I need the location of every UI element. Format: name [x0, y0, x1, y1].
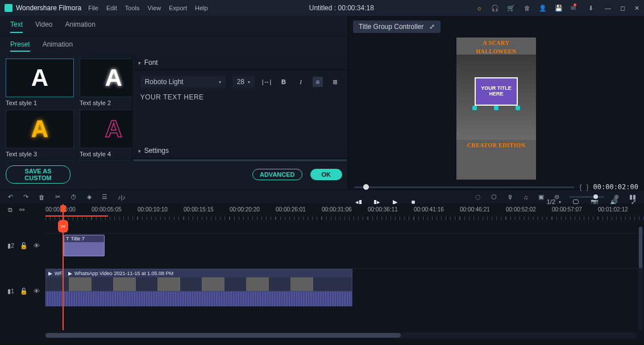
audio-icon[interactable]: ♪|♪ — [118, 194, 126, 201]
settings-section-header[interactable]: Settings — [132, 143, 348, 159]
font-family-select[interactable]: Roboto Light ▾ — [140, 76, 226, 88]
track-manager-icon[interactable]: ⧉ — [8, 206, 13, 214]
speed-button[interactable]: ⏱ — [70, 194, 77, 201]
marker-icon[interactable]: ⬡ — [491, 193, 497, 201]
preset-label: Text style 3 — [6, 148, 74, 157]
keyframe-button[interactable]: ◈ — [87, 193, 92, 201]
audio-waveform[interactable] — [45, 292, 352, 306]
clip-stub: WF — [55, 271, 63, 276]
zoom-in-icon[interactable]: ⊕ — [614, 193, 619, 201]
selection-handles[interactable] — [472, 106, 520, 110]
playhead[interactable]: ✂ — [63, 204, 64, 330]
title-group-controller-button[interactable]: Title Group Controller ⤢ — [353, 20, 441, 33]
title-text-input[interactable]: YOUR TEXT HERE — [132, 93, 348, 107]
split-button[interactable]: ✂ — [55, 193, 60, 201]
preset-text-style-1[interactable]: A — [6, 59, 74, 97]
mark-out-icon[interactable]: } — [587, 183, 589, 191]
menu-edit[interactable]: Edit — [106, 5, 117, 11]
track-mute-icon[interactable]: ▮2 — [7, 242, 14, 250]
save-icon[interactable]: 💾 — [555, 4, 563, 12]
link-icon[interactable]: ⚯ — [19, 206, 24, 214]
menu-view[interactable]: View — [148, 5, 161, 11]
undo-button[interactable]: ↶ — [8, 193, 13, 201]
selected-title-element[interactable]: YOUR TITLE HERE — [475, 77, 518, 106]
trash-icon[interactable]: 🗑 — [523, 4, 531, 12]
playhead-split-icon[interactable]: ✂ — [58, 220, 68, 232]
track-header: ▮1 🔓 👁 — [0, 268, 45, 314]
track-body[interactable]: TTitle 7 — [45, 233, 644, 258]
cart-icon[interactable]: 🛒 — [507, 4, 515, 12]
title-clip[interactable]: TTitle 7 — [64, 235, 105, 256]
record-voiceover-icon[interactable]: 🎙 — [507, 194, 513, 201]
preset-label: Text style 4 — [80, 148, 132, 157]
tab-text[interactable]: Text — [10, 20, 23, 33]
chevron-down-icon: ▾ — [248, 80, 250, 85]
ruler-tick: 00:00:20:20 — [230, 206, 276, 213]
selection-range — [45, 215, 108, 217]
menu-help[interactable]: Help — [195, 5, 208, 11]
ok-button[interactable]: OK — [310, 169, 343, 180]
subtab-animation[interactable]: Animation — [43, 40, 73, 52]
panel-footer: SAVE AS CUSTOM ADVANCED OK — [0, 162, 348, 189]
timeline-vertical-scrollbar[interactable] — [638, 227, 643, 330]
mail-icon[interactable]: ✉ — [571, 4, 579, 12]
font-size-select[interactable]: 28 ▾ — [232, 76, 255, 88]
preset-text-style-3[interactable]: A — [6, 110, 74, 148]
italic-button[interactable]: I — [296, 77, 306, 87]
redo-button[interactable]: ↷ — [23, 193, 28, 201]
crop-icon[interactable]: ▣ — [538, 193, 544, 201]
time-ruler[interactable]: 00:00:00:00 00:00:05:05 00:00:10:10 00:0… — [0, 204, 644, 214]
tab-video[interactable]: Video — [35, 20, 52, 33]
track-lock-icon[interactable]: 🔓 — [20, 242, 28, 250]
ruler-tick: 00:00:00:00 — [45, 206, 92, 213]
video-clip[interactable]: ▶ WF ▶ WhatsApp Video 2021-11-15 at 1.05… — [45, 269, 352, 292]
headphones-icon[interactable]: 🎧 — [491, 4, 499, 12]
track-visibility-icon[interactable]: 👁 — [34, 242, 40, 249]
ruler-tick: 00:00:36:11 — [368, 206, 414, 213]
close-button[interactable]: ✕ — [634, 5, 639, 12]
menu-tools[interactable]: Tools — [125, 5, 140, 11]
menu-file[interactable]: File — [88, 5, 98, 11]
minimize-button[interactable]: — — [605, 5, 611, 12]
ruler-tick: 00:00:26:01 — [276, 206, 322, 213]
preview-canvas: A SCARY HALLOWEEN YOUR TITLE HERE CREATO… — [456, 38, 536, 180]
video-clip-icon: ▶ — [68, 271, 72, 276]
preview-viewport[interactable]: A SCARY HALLOWEEN YOUR TITLE HERE CREATO… — [348, 38, 644, 180]
video-track: ▮1 🔓 👁 ▶ WF ▶ WhatsApp Video 2021-11-15 … — [0, 268, 644, 314]
save-as-custom-button[interactable]: SAVE AS CUSTOM — [6, 165, 70, 184]
timeline: ⧉ ⚯ 00:00:00:00 00:00:05:05 00:00:10:10 … — [0, 204, 644, 340]
delete-button[interactable]: 🗑 — [39, 194, 45, 201]
render-icon[interactable]: ◌ — [475, 193, 481, 201]
lightbulb-icon[interactable]: ☼ — [475, 4, 483, 12]
scrub-slider[interactable] — [354, 186, 575, 188]
track-body[interactable]: ▶ WF ▶ WhatsApp Video 2021-11-15 at 1.05… — [45, 268, 644, 314]
subtab-preset[interactable]: Preset — [10, 40, 30, 52]
bold-button[interactable]: B — [279, 77, 289, 87]
track-mute-icon[interactable]: ▮1 — [7, 288, 14, 295]
preset-text-style-2[interactable]: A — [80, 59, 132, 97]
track-lock-icon[interactable]: 🔓 — [20, 288, 28, 295]
settings-icon[interactable]: ☰ — [102, 193, 107, 201]
maximize-button[interactable]: ◻ — [620, 5, 625, 12]
ruler-tick: 00:00:57:07 — [552, 206, 598, 213]
track-visibility-icon[interactable]: 👁 — [34, 288, 40, 294]
timeline-zoom-slider[interactable] — [570, 196, 604, 198]
align-button[interactable]: ≡ — [313, 77, 323, 87]
ruler-tick: 00:00:31:06 — [322, 206, 368, 213]
font-section-header[interactable]: Font — [132, 55, 348, 70]
advanced-button[interactable]: ADVANCED — [252, 169, 302, 180]
letter-spacing-icon[interactable]: |↔| — [261, 77, 272, 87]
align-justify-button[interactable]: ≣ — [330, 77, 340, 87]
mark-in-icon[interactable]: { — [579, 183, 581, 191]
timeline-horizontal-scrollbar[interactable] — [45, 332, 637, 338]
timeline-layout-icon[interactable]: ▮▮ — [629, 193, 636, 201]
download-icon[interactable]: ⬇ — [587, 4, 595, 12]
zoom-out-icon[interactable]: ⊖ — [554, 193, 559, 201]
ruler-tick: 00:00:05:05 — [92, 206, 138, 213]
clip-label: WhatsApp Video 2021-11-15 at 1.05.08 PM — [74, 271, 173, 276]
tab-animation[interactable]: Animation — [65, 20, 95, 33]
user-icon[interactable]: 👤 — [539, 4, 547, 12]
preset-text-style-4[interactable]: A — [80, 110, 132, 148]
audio-mixer-icon[interactable]: ♫ — [523, 194, 528, 201]
menu-export[interactable]: Export — [169, 5, 187, 11]
